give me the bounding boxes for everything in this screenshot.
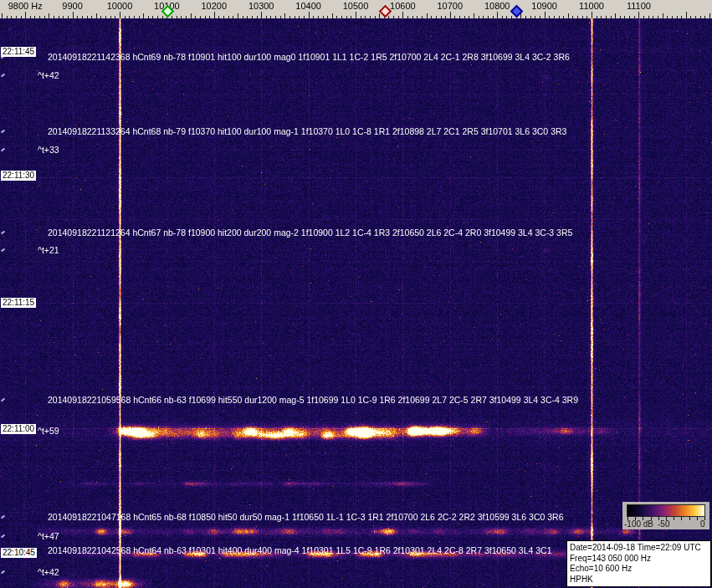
db-scale-label-max: 0 xyxy=(700,519,705,529)
time-axis-label: 22:11:15 xyxy=(1,298,36,308)
freq-axis-label: 10300 xyxy=(248,1,274,11)
freq-axis-label: 10700 xyxy=(438,1,464,11)
freq-axis-label: 9900 xyxy=(62,1,82,11)
freq-axis-label: 10900 xyxy=(531,1,557,11)
freq-axis-label: 10000 xyxy=(107,1,133,11)
left-edge-tick xyxy=(1,515,5,519)
time-axis-label: 22:11:00 xyxy=(1,424,36,434)
left-edge-tick xyxy=(1,148,5,152)
colormap-gradient-bar xyxy=(627,504,705,517)
freq-axis-label: 10200 xyxy=(202,1,228,11)
detection-time-tag: ^t+33 xyxy=(38,146,59,155)
left-edge-tick xyxy=(1,534,5,539)
left-edge-tick xyxy=(1,248,5,253)
detection-log-line: 20140918221047168 hCnt65 nb-68 f10850 hi… xyxy=(48,513,563,522)
info-frequency: Freq=143 050 000 Hz xyxy=(570,554,708,565)
db-scale-label-min: -100 dB xyxy=(624,519,653,529)
detection-log-line: 20140918221059568 hCnt66 nb-63 f10699 hi… xyxy=(48,396,578,405)
left-edge-tick xyxy=(1,398,5,402)
db-scale-label-mid: -50 xyxy=(658,519,669,529)
detection-time-tag: ^t+42 xyxy=(38,568,59,577)
detection-time-tag: ^t+21 xyxy=(38,246,59,255)
time-axis-label: 22:11:30 xyxy=(1,171,36,181)
left-edge-tick xyxy=(1,231,5,235)
frequency-axis: 9800 Hz990010000101001020010300104001050… xyxy=(0,0,712,18)
detection-log-line: 20140918221142368 hCnt69 nb-78 f10901 hi… xyxy=(48,53,570,62)
freq-axis-label: 10800 xyxy=(484,1,510,11)
freq-axis-label: 10500 xyxy=(343,1,369,11)
info-date-time: Date=2014-09-18 Time=22:09 UTC xyxy=(570,543,708,554)
freq-axis-label: 10400 xyxy=(295,1,321,11)
left-edge-tick xyxy=(1,570,5,575)
freq-axis-label: 9800 Hz xyxy=(8,1,43,11)
detection-log-line: 20140918221133264 hCnt68 nb-79 f10370 hi… xyxy=(48,127,566,136)
detection-time-tag: ^t+59 xyxy=(38,427,59,436)
detection-log-line: 20140918221042568 hCnt64 nb-63 f10301 hi… xyxy=(48,546,551,555)
time-axis-label: 22:10:45 xyxy=(1,548,37,558)
detection-time-tag: ^t+42 xyxy=(38,71,59,80)
spectrogram-overlays: ^t+4220140918221042568 hCnt64 nb-63 f103… xyxy=(0,0,712,588)
left-edge-tick xyxy=(1,130,5,134)
meteor-echo-spectrogram-window: 9800 Hz990010000101001020010300104001050… xyxy=(0,0,712,588)
freq-axis-label: 11100 xyxy=(627,1,651,11)
status-info-box: Date=2014-09-18 Time=22:09 UTC Freq=143 … xyxy=(566,540,711,587)
info-station-id: HPHK xyxy=(570,575,708,585)
time-axis-label: 22:11:45 xyxy=(1,47,36,57)
db-scale-legend: -100 dB -50 0 xyxy=(622,502,709,529)
freq-axis-label: 11000 xyxy=(579,1,604,11)
detection-time-tag: ^t+47 xyxy=(38,532,59,541)
freq-axis-label: 10600 xyxy=(390,1,416,11)
left-edge-tick xyxy=(1,74,5,78)
detection-log-line: 20140918221121264 hCnt67 nb-78 f10900 hi… xyxy=(48,228,572,238)
info-echo-frequency: Echo=10 600 Hz xyxy=(570,564,708,575)
